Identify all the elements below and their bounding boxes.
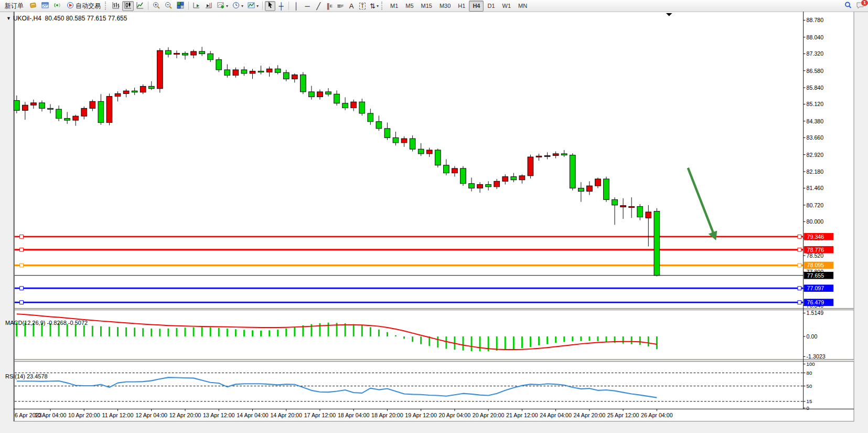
timeframe-button-H4[interactable]: H4 bbox=[469, 1, 484, 12]
horizontal-line-tool-button[interactable]: ─ bbox=[302, 1, 313, 11]
timeframe-button-M5[interactable]: M5 bbox=[402, 1, 417, 12]
chart-canvas[interactable]: 88.78088.04087.32086.58085.84085.12084.3… bbox=[0, 12, 868, 433]
text-label-tool-button[interactable]: T bbox=[357, 1, 368, 11]
price-label-value: 78.095 bbox=[807, 262, 824, 268]
candle-body bbox=[140, 86, 146, 92]
chevron-down-icon: ▾ bbox=[226, 4, 228, 8]
timeframe-button-M1[interactable]: M1 bbox=[387, 1, 402, 12]
candle-body bbox=[368, 113, 373, 122]
svg-text:86.580: 86.580 bbox=[807, 68, 824, 74]
macd-histogram-bar bbox=[656, 336, 658, 349]
candle-body bbox=[342, 103, 348, 108]
time-label: 14 Apr 04:00 bbox=[237, 412, 269, 418]
candle-body bbox=[216, 60, 222, 70]
vertical-line-tool-button[interactable]: │ bbox=[291, 1, 302, 11]
macd-histogram-bar bbox=[269, 330, 270, 336]
macd-histogram-bar bbox=[639, 336, 641, 345]
macd-histogram-bar bbox=[538, 336, 540, 345]
search-button[interactable] bbox=[842, 1, 854, 11]
macd-histogram-bar bbox=[328, 323, 329, 336]
bar-chart-type-button[interactable] bbox=[110, 1, 122, 11]
macd-histogram-bar bbox=[92, 326, 93, 336]
macd-histogram-bar bbox=[580, 336, 582, 341]
arrows-tool-button[interactable]: ⇅▾ bbox=[368, 1, 380, 11]
macd-histogram-bar bbox=[125, 328, 127, 336]
svg-text:78.520: 78.520 bbox=[807, 252, 824, 259]
chart-shift-icon bbox=[205, 1, 213, 11]
macd-histogram-bar bbox=[75, 325, 77, 336]
timeframe-button-D1[interactable]: D1 bbox=[484, 1, 498, 12]
toolbar-separator bbox=[148, 2, 148, 10]
fibonacci-tool-button[interactable]: ≡F bbox=[335, 1, 346, 11]
svg-text:80: 80 bbox=[807, 370, 812, 376]
text-tool-button[interactable]: A bbox=[346, 1, 357, 11]
chart-menu-arrow-icon[interactable]: ▼ bbox=[6, 16, 11, 21]
line-handle bbox=[798, 248, 801, 251]
macd-histogram-bar bbox=[193, 327, 195, 336]
macd-histogram-bar bbox=[294, 327, 295, 336]
zoom-out-button[interactable] bbox=[163, 1, 174, 11]
chart-shift-button[interactable] bbox=[203, 1, 215, 11]
candlestick-chart-type-button[interactable] bbox=[122, 1, 134, 11]
timeframe-button-H1[interactable]: H1 bbox=[454, 1, 469, 12]
line-handle bbox=[20, 235, 24, 238]
auto-trading-button[interactable]: 自动交易 bbox=[63, 1, 104, 11]
candle-body bbox=[31, 103, 37, 105]
line-chart-type-button[interactable] bbox=[134, 1, 146, 11]
macd-histogram-bar bbox=[227, 329, 228, 336]
macd-histogram-bar bbox=[505, 336, 506, 350]
new-order-button[interactable]: 新订单 bbox=[2, 1, 27, 11]
candle-body bbox=[452, 168, 458, 173]
pane-separator[interactable] bbox=[15, 360, 854, 362]
macd-histogram-bar bbox=[277, 330, 278, 336]
candle-body bbox=[132, 91, 137, 92]
time-label: 26 Apr 04:00 bbox=[641, 412, 673, 418]
macd-histogram-bar bbox=[235, 329, 237, 336]
candle-body bbox=[191, 51, 197, 55]
clock-icon bbox=[232, 1, 240, 11]
template-button[interactable]: ▾ bbox=[245, 1, 260, 11]
signals-button[interactable] bbox=[51, 1, 63, 11]
candle-body bbox=[494, 181, 500, 186]
candle-body bbox=[48, 108, 53, 109]
timeframe-button-W1[interactable]: W1 bbox=[499, 1, 515, 12]
svg-text:85.120: 85.120 bbox=[807, 101, 824, 107]
candle-body bbox=[561, 154, 567, 155]
time-label: 10 Apr 20:00 bbox=[68, 412, 100, 418]
candle-body bbox=[224, 70, 230, 75]
zoom-out-icon bbox=[164, 1, 173, 11]
time-label: 20 Apr 20:00 bbox=[473, 412, 505, 418]
svg-text:-1.3023: -1.3023 bbox=[807, 353, 826, 360]
crosshair-tool-button[interactable]: ┼ bbox=[276, 1, 286, 11]
candle-body bbox=[595, 179, 601, 186]
market-watch-button[interactable] bbox=[39, 1, 51, 11]
timeframe-button-M15[interactable]: M15 bbox=[417, 1, 436, 12]
auto-scroll-button[interactable] bbox=[191, 1, 202, 11]
zoom-in-button[interactable] bbox=[151, 1, 162, 11]
tile-windows-button[interactable] bbox=[175, 1, 186, 11]
svg-text:81.460: 81.460 bbox=[807, 185, 824, 191]
price-label-value: 78.776 bbox=[807, 247, 824, 253]
macd-histogram-bar bbox=[479, 336, 481, 351]
notifications-button[interactable]: 1 bbox=[854, 1, 866, 11]
macd-histogram-bar bbox=[260, 331, 262, 336]
ohlc-bars-icon bbox=[112, 1, 120, 11]
svg-text:85.840: 85.840 bbox=[807, 85, 824, 91]
history-center-button[interactable] bbox=[27, 1, 39, 11]
equidistant-channel-tool-button[interactable]: ∥E bbox=[324, 1, 335, 11]
time-label: 20 Apr 04:00 bbox=[439, 412, 471, 418]
svg-text:87.320: 87.320 bbox=[807, 50, 824, 57]
add-indicator-button[interactable]: ▾ bbox=[215, 1, 230, 11]
period-selector-button[interactable]: ▾ bbox=[230, 1, 245, 11]
trendline-tool-button[interactable]: ╱ bbox=[313, 1, 324, 11]
candle-body bbox=[435, 150, 441, 165]
cursor-icon bbox=[266, 1, 274, 10]
cursor-tool-button[interactable] bbox=[265, 1, 275, 11]
window-left-edge bbox=[14, 12, 15, 421]
channel-sub-label: E bbox=[330, 4, 333, 8]
timeframe-button-MN[interactable]: MN bbox=[515, 1, 531, 12]
candle-body bbox=[73, 116, 79, 120]
timeframe-button-M30[interactable]: M30 bbox=[436, 1, 454, 12]
candle-body bbox=[637, 206, 643, 217]
gold-seal-icon bbox=[29, 1, 37, 11]
